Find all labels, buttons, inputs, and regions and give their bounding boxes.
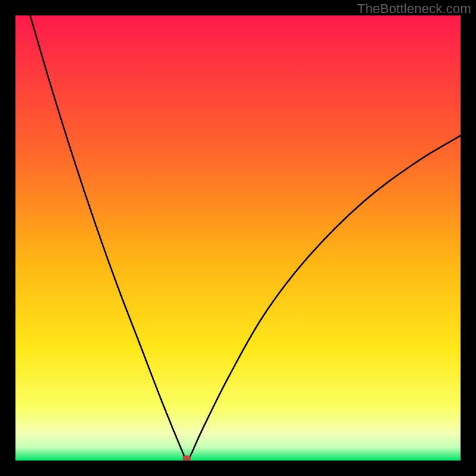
chart-frame: TheBottleneck.com [0,0,476,476]
chart-svg [15,15,461,461]
watermark-text: TheBottleneck.com [357,1,471,17]
plot-area [15,15,461,461]
gradient-background [15,15,461,461]
